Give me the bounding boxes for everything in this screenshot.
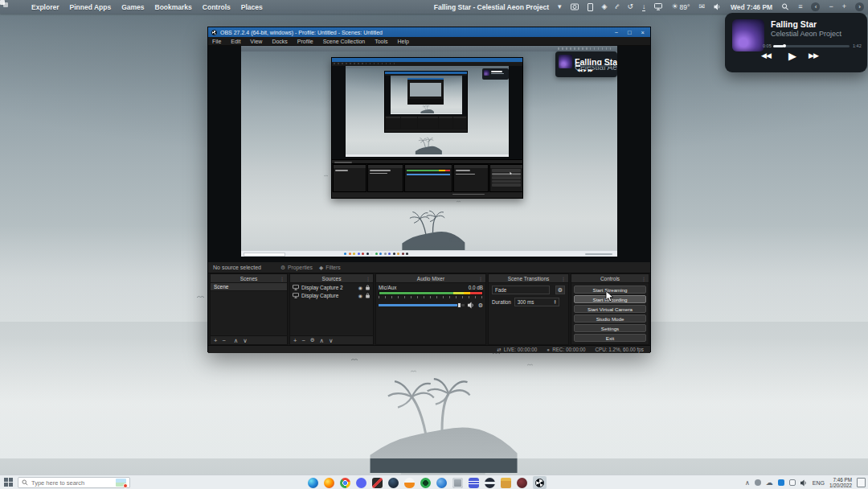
list-icon[interactable]: ≡	[798, 3, 802, 10]
menu-places[interactable]: Places	[241, 3, 263, 11]
display-icon[interactable]	[654, 3, 662, 10]
duration-spinbox[interactable]: 300 ms▴▾	[514, 298, 559, 306]
bluetooth-icon[interactable]	[778, 479, 784, 486]
cloud-icon[interactable]: ☁	[766, 479, 773, 487]
taskbar-icon-firefox[interactable]	[324, 478, 334, 488]
download-icon[interactable]: ↓	[642, 3, 646, 11]
next-track-button[interactable]: ▶▶	[809, 52, 818, 60]
zoom-in-icon[interactable]: +	[842, 3, 846, 10]
source-up-button[interactable]: ∧	[320, 337, 325, 344]
source-down-button[interactable]: ∨	[329, 337, 334, 344]
search-icon[interactable]	[781, 3, 789, 10]
play-button[interactable]: ▶	[788, 51, 796, 61]
menu-pinned-apps[interactable]: Pinned Apps	[70, 3, 112, 11]
clock[interactable]: Wed 7:46 PM	[731, 3, 772, 11]
studio-mode-button[interactable]: Studio Mode	[574, 314, 646, 323]
mixer-gear-icon[interactable]: ⚙	[478, 302, 483, 309]
taskbar-icon-dark-app[interactable]	[485, 478, 495, 488]
taskbar-search[interactable]	[18, 477, 130, 488]
add-scene-button[interactable]: +	[214, 337, 217, 344]
back-icon[interactable]: ‹	[811, 2, 820, 11]
tray-expand-icon[interactable]: ∧	[745, 479, 750, 487]
menu-bookmarks[interactable]: Bookmarks	[155, 3, 192, 11]
filters-button[interactable]: ◆Filters	[319, 265, 341, 271]
exit-button[interactable]: Exit	[574, 334, 646, 342]
screenshot-icon[interactable]	[571, 3, 579, 10]
tray-app-icon[interactable]	[755, 479, 761, 486]
source-row[interactable]: Display Capture ◉	[290, 291, 373, 299]
obs-titlebar[interactable]: OBS 27.2.4 (64-bit, windows) - Profile: …	[208, 27, 650, 37]
add-source-button[interactable]: +	[293, 337, 297, 344]
menu-games[interactable]: Games	[121, 3, 144, 11]
minimize-button[interactable]: −	[615, 29, 618, 36]
weather-widget[interactable]: ☀89°	[671, 3, 690, 11]
lock-icon[interactable]	[365, 293, 371, 298]
obs-preview-canvas[interactable]: Falling Star Celestial Aeon Project ◀◀ ▶…	[208, 46, 650, 262]
now-playing-title[interactable]: Falling Star - Celestial Aeon Project	[434, 3, 549, 11]
taskbar-icon-document-app[interactable]	[452, 478, 463, 488]
volume-slider[interactable]	[379, 304, 465, 306]
history-icon[interactable]: ↺	[627, 3, 633, 10]
scene-list-item[interactable]: Scene	[211, 283, 287, 291]
visibility-eye-icon[interactable]: ◉	[358, 293, 362, 298]
menu-explorer[interactable]: Explorer	[31, 3, 59, 11]
menu-controls[interactable]: Controls	[203, 3, 231, 11]
taskbar-icon-edge[interactable]	[308, 478, 318, 488]
obs-menu-docks[interactable]: Docks	[268, 39, 291, 44]
obs-menu-file[interactable]: File	[208, 39, 225, 44]
speaker-icon[interactable]	[468, 302, 475, 309]
notification-center-icon[interactable]	[857, 478, 866, 487]
obs-menu-profile[interactable]: Profile	[293, 39, 317, 44]
clipboard-icon[interactable]	[588, 3, 593, 11]
start-virtual-camera-button[interactable]: Start Virtual Camera	[574, 305, 646, 313]
transition-select[interactable]: Fade	[492, 286, 550, 294]
dock-options-icon[interactable]: ⋮	[641, 276, 646, 281]
maximize-button[interactable]: □	[628, 29, 632, 36]
taskbar-icon-discord[interactable]	[356, 478, 366, 488]
obs-menu-view[interactable]: View	[246, 39, 266, 44]
progress-bar[interactable]	[773, 45, 850, 47]
zoom-out-icon[interactable]: −	[829, 3, 833, 10]
start-button[interactable]	[4, 478, 13, 487]
remove-scene-button[interactable]: −	[222, 337, 225, 344]
scene-up-button[interactable]: ∧	[234, 337, 239, 344]
dock-options-icon[interactable]: ⋮	[280, 276, 285, 281]
previous-track-button[interactable]: ◀◀	[761, 52, 771, 60]
progress-knob[interactable]	[783, 44, 786, 47]
forward-icon[interactable]: ›	[855, 2, 864, 11]
volume-icon[interactable]	[714, 3, 722, 10]
dock-options-icon[interactable]: ⋮	[366, 276, 371, 281]
gem-icon[interactable]: ◈	[602, 3, 608, 10]
search-input[interactable]	[31, 479, 113, 487]
chevron-down-icon[interactable]: ▾	[558, 3, 562, 10]
close-button[interactable]: ×	[641, 29, 645, 36]
tray-clock[interactable]: 7:46 PM1/20/2022	[829, 477, 852, 488]
transition-gear-button[interactable]: ⚙	[555, 286, 565, 294]
desktop-logo-icon[interactable]	[0, 3, 10, 10]
dock-options-icon[interactable]: ⋮	[478, 276, 483, 281]
obs-menu-help[interactable]: Help	[394, 39, 413, 44]
remove-source-button[interactable]: −	[301, 337, 305, 344]
taskbar-icon-code-app[interactable]	[469, 478, 479, 488]
dock-options-icon[interactable]: ⋮	[561, 276, 566, 281]
tray-volume-icon[interactable]	[800, 479, 808, 487]
lock-icon[interactable]	[365, 285, 371, 290]
source-properties-icon[interactable]: ⚙	[310, 337, 315, 343]
visibility-eye-icon[interactable]: ◉	[358, 285, 362, 290]
spin-down-icon[interactable]: ▾	[555, 302, 556, 304]
taskbar-icon-obs-active[interactable]	[533, 476, 547, 489]
chat-icon[interactable]	[789, 479, 796, 486]
obs-menu-edit[interactable]: Edit	[227, 39, 244, 44]
settings-button[interactable]: Settings	[574, 324, 646, 332]
taskbar-icon-blue-app[interactable]	[436, 478, 447, 488]
taskbar-icon-flame[interactable]	[404, 478, 415, 488]
paperclip-icon[interactable]: ℓ	[614, 3, 620, 10]
properties-button[interactable]: ⚙Properties	[280, 265, 313, 271]
taskbar-icon-steam[interactable]	[388, 478, 399, 488]
taskbar-icon-maroon-app[interactable]	[517, 478, 527, 488]
taskbar-icon-green-app[interactable]	[420, 478, 431, 488]
volume-slider-handle[interactable]	[457, 302, 461, 308]
search-highlight-icon[interactable]	[116, 479, 126, 487]
taskbar-icon-media-red[interactable]	[372, 478, 383, 488]
taskbar-icon-file-explorer[interactable]	[501, 478, 511, 488]
